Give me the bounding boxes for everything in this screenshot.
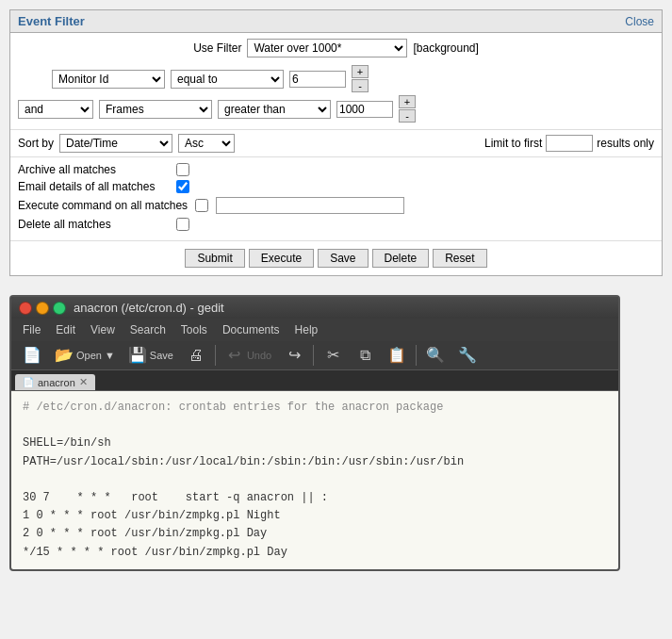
find-icon: 🔍: [426, 346, 445, 365]
delete-label: Delete all matches: [18, 218, 169, 231]
value-input-1[interactable]: [289, 71, 346, 88]
window-controls: [19, 302, 66, 315]
condition-row-2: and or Monitor Id Frames Cause equal to …: [18, 95, 654, 123]
operator-select-2[interactable]: equal to not equal to greater than less …: [218, 100, 331, 119]
file-tab-icon: 📄: [23, 377, 34, 387]
cut-toolbar-button[interactable]: ✂: [318, 344, 348, 367]
tab-close-icon[interactable]: ✕: [79, 376, 88, 388]
panel-header: Event Filter Close: [10, 10, 662, 33]
menu-file[interactable]: File: [15, 320, 48, 339]
buttons-row: Submit Execute Save Delete Reset: [10, 240, 662, 275]
tab-bar: 📄 anacron ✕: [11, 370, 618, 391]
archive-checkbox[interactable]: [176, 163, 189, 176]
close-button[interactable]: [19, 302, 32, 315]
menu-view[interactable]: View: [83, 320, 123, 339]
window-title: anacron (/etc/cron.d) - gedit: [74, 301, 224, 315]
maximize-button[interactable]: [53, 302, 66, 315]
open-label: Open: [76, 350, 102, 361]
gedit-window: anacron (/etc/cron.d) - gedit File Edit …: [9, 295, 620, 571]
field-select-2[interactable]: Monitor Id Frames Cause: [99, 100, 212, 119]
action-email: Email details of all matches: [18, 180, 654, 193]
print-toolbar-button[interactable]: 🖨: [181, 344, 211, 367]
reset-button[interactable]: Reset: [433, 249, 486, 268]
use-filter-select[interactable]: Water over 1000* None: [247, 39, 407, 57]
redo-toolbar-button[interactable]: ↪: [279, 344, 309, 367]
use-filter-label: Use Filter: [193, 41, 241, 55]
close-link[interactable]: Close: [625, 15, 654, 28]
limit-label: Limit to first: [484, 137, 542, 150]
paste-toolbar-button[interactable]: 📋: [382, 344, 412, 367]
sort-row: Sort by Date/Time Monitor Id Frames Asc …: [10, 129, 662, 156]
limit-section: Limit to first results only: [484, 135, 654, 152]
sort-label: Sort by: [18, 137, 54, 150]
value-input-2[interactable]: [336, 101, 393, 118]
menu-search[interactable]: Search: [123, 320, 173, 339]
remove-condition-btn-2[interactable]: -: [399, 109, 416, 123]
toolbar-separator-2: [313, 345, 314, 366]
tab-anacron[interactable]: 📄 anacron ✕: [15, 374, 95, 390]
condition-row-1: Monitor Id Frames Cause equal to not equ…: [18, 65, 654, 92]
action-archive: Archive all matches: [18, 163, 654, 176]
limit-suffix: results only: [597, 137, 654, 150]
save-toolbar-button[interactable]: 💾 Save: [123, 344, 179, 367]
event-filter-panel: Event Filter Close Use Filter Water over…: [9, 9, 663, 276]
copy-icon: ⧉: [355, 346, 374, 365]
delete-button[interactable]: Delete: [372, 249, 430, 268]
menu-edit[interactable]: Edit: [48, 320, 83, 339]
field-select-1[interactable]: Monitor Id Frames Cause: [52, 70, 165, 89]
undo-toolbar-button[interactable]: ↩ Undo: [220, 344, 277, 367]
operator-select-1[interactable]: equal to not equal to greater than less …: [171, 70, 284, 89]
use-filter-row: Use Filter Water over 1000* None [backgr…: [10, 33, 662, 63]
undo-icon: ↩: [225, 346, 244, 365]
execute-button[interactable]: Execute: [249, 249, 314, 268]
actions-section: Archive all matches Email details of all…: [10, 156, 662, 240]
sort-field-select[interactable]: Date/Time Monitor Id Frames: [59, 134, 172, 153]
save-icon: 💾: [128, 346, 147, 365]
menu-documents[interactable]: Documents: [215, 320, 287, 339]
background-label: [background]: [413, 41, 478, 55]
replace-icon: 🔧: [458, 346, 477, 365]
save-button[interactable]: Save: [318, 249, 368, 268]
toolbar-separator-3: [416, 345, 417, 366]
sort-order-select[interactable]: Asc Desc: [178, 134, 235, 153]
undo-label: Undo: [247, 350, 271, 361]
replace-toolbar-button[interactable]: 🔧: [452, 344, 483, 367]
filter-conditions: Monitor Id Frames Cause equal to not equ…: [10, 63, 662, 129]
execute-checkbox[interactable]: [195, 199, 208, 212]
new-icon: 📄: [23, 346, 41, 365]
limit-input[interactable]: [546, 135, 593, 152]
minimize-button[interactable]: [36, 302, 49, 315]
toolbar-separator-1: [215, 345, 216, 366]
title-bar: anacron (/etc/cron.d) - gedit: [11, 297, 618, 319]
add-condition-btn-1[interactable]: +: [352, 65, 369, 78]
delete-checkbox[interactable]: [176, 218, 189, 231]
open-toolbar-button[interactable]: 📂 Open ▼: [49, 344, 121, 367]
connector-select-2[interactable]: and or: [18, 100, 93, 119]
copy-toolbar-button[interactable]: ⧉: [350, 344, 380, 367]
find-toolbar-button[interactable]: 🔍: [420, 344, 451, 367]
email-label: Email details of all matches: [18, 180, 169, 193]
editor-area[interactable]: # /etc/cron.d/anacron: crontab entries f…: [11, 391, 618, 569]
print-icon: 🖨: [187, 346, 205, 365]
email-checkbox[interactable]: [176, 180, 189, 193]
add-remove-condition-2: + -: [399, 95, 416, 123]
add-condition-btn-2[interactable]: +: [399, 95, 416, 108]
open-dropdown-icon: ▼: [105, 350, 115, 361]
panel-title: Event Filter: [18, 14, 85, 28]
remove-condition-btn-1[interactable]: -: [352, 79, 369, 92]
open-icon: 📂: [55, 346, 74, 365]
menu-help[interactable]: Help: [287, 320, 326, 339]
new-toolbar-button[interactable]: 📄: [17, 344, 47, 367]
submit-button[interactable]: Submit: [185, 249, 244, 268]
menu-bar: File Edit View Search Tools Documents He…: [11, 319, 618, 341]
save-label: Save: [150, 350, 173, 361]
redo-icon: ↪: [285, 346, 303, 365]
tab-name: anacron: [38, 377, 75, 388]
toolbar: 📄 📂 Open ▼ 💾 Save 🖨 ↩ Undo ↪ ✂ ⧉ �: [11, 341, 618, 370]
archive-label: Archive all matches: [18, 163, 169, 176]
paste-icon: 📋: [387, 346, 406, 365]
execute-label: Execute command on all matches: [18, 199, 188, 212]
execute-command-input[interactable]: [216, 197, 404, 214]
menu-tools[interactable]: Tools: [173, 320, 215, 339]
add-remove-condition-1: + -: [352, 65, 369, 92]
